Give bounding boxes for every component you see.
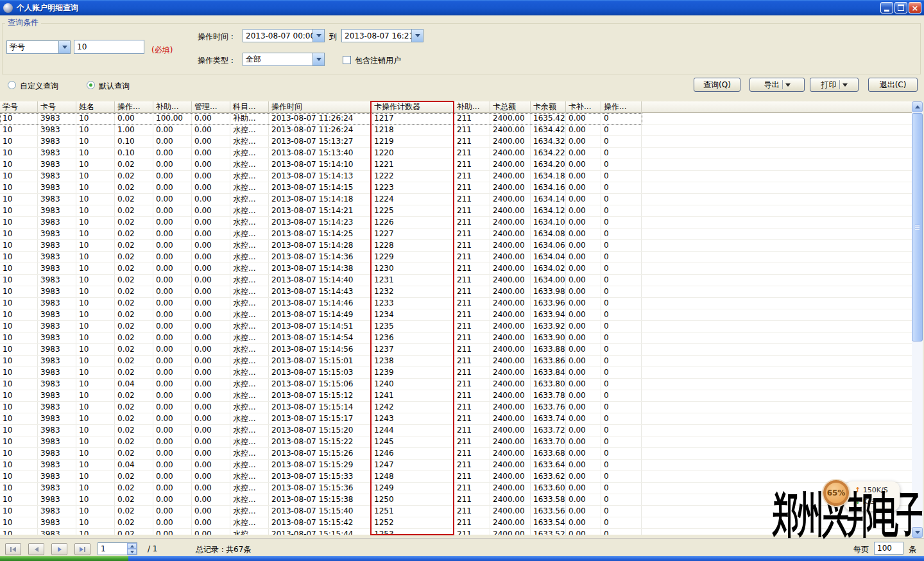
table-row[interactable]: 103983100.020.000.00水控...2013-08-07 15:1…: [0, 194, 912, 205]
table-row[interactable]: 103983100.020.000.00水控...2013-08-07 15:1…: [0, 298, 912, 309]
table-row[interactable]: 103983100.020.000.00水控...2013-08-07 15:1…: [0, 436, 912, 448]
first-page-button[interactable]: [5, 543, 21, 555]
column-header[interactable]: 管理...: [192, 101, 230, 113]
spin-down-button[interactable]: [127, 549, 137, 555]
scroll-up-button[interactable]: [912, 101, 923, 112]
table-row[interactable]: 103983100.020.000.00水控...2013-08-07 15:1…: [0, 321, 912, 332]
vertical-scrollbar[interactable]: [912, 101, 923, 538]
table-cell: 0.00: [566, 344, 601, 355]
table-row[interactable]: 103983100.020.000.00水控...2013-08-07 15:1…: [0, 309, 912, 321]
custom-query-label: 自定义查询: [20, 81, 58, 92]
chevron-down-icon[interactable]: [411, 30, 423, 42]
default-query-radio[interactable]: [87, 81, 95, 89]
table-cell: 0: [601, 425, 642, 436]
table-row[interactable]: 103983100.020.000.00水控...2013-08-07 15:1…: [0, 413, 912, 425]
query-value-input[interactable]: 10: [74, 40, 144, 54]
restore-button[interactable]: [894, 2, 907, 13]
table-cell: 0.10: [115, 136, 153, 147]
custom-query-radio[interactable]: [8, 81, 16, 89]
table-row[interactable]: 103983100.020.000.00水控...2013-08-07 15:1…: [0, 182, 912, 194]
type-select[interactable]: 全部: [243, 53, 325, 66]
column-header[interactable]: 补助...: [454, 101, 490, 113]
table-cell: 水控...: [230, 344, 269, 355]
time-from-select[interactable]: 2013-08-07 00:00: [243, 29, 325, 42]
table-row[interactable]: 103983100.020.000.00水控...2013-08-07 15:1…: [0, 390, 912, 402]
column-header[interactable]: 卡操作计数器: [372, 101, 454, 113]
column-header[interactable]: 操作...: [115, 101, 153, 113]
table-cell: 0.00: [192, 506, 230, 517]
table-row[interactable]: 103983100.020.000.00水控...2013-08-07 15:1…: [0, 263, 912, 275]
table-cell: 1231: [372, 275, 454, 286]
table-cell: 3983: [38, 298, 76, 309]
table-row[interactable]: 103983100.00100.000.00补助...2013-08-07 11…: [0, 113, 912, 125]
print-button[interactable]: 打印: [810, 78, 859, 92]
spin-up-button[interactable]: [127, 543, 137, 549]
prev-page-button[interactable]: [28, 543, 44, 555]
query-field-select[interactable]: 学号: [6, 40, 71, 54]
column-header[interactable]: 科目...: [230, 101, 269, 113]
table-cell: 0.00: [153, 448, 192, 459]
exit-button[interactable]: 退出(C): [868, 78, 918, 92]
table-cell: 0: [601, 402, 642, 413]
table-row[interactable]: 103983100.020.000.00水控...2013-08-07 15:1…: [0, 275, 912, 286]
chevron-down-icon[interactable]: [312, 30, 324, 42]
table-row[interactable]: 103983100.100.000.00水控...2013-08-07 15:1…: [0, 136, 912, 148]
table-row[interactable]: 103983100.020.000.00水控...2013-08-07 15:1…: [0, 344, 912, 356]
table-row[interactable]: 103983100.020.000.00水控...2013-08-07 15:1…: [0, 252, 912, 263]
table-row[interactable]: 103983101.000.000.00水控...2013-08-07 11:2…: [0, 125, 912, 136]
table-row[interactable]: 103983100.020.000.00水控...2013-08-07 15:1…: [0, 367, 912, 379]
scrollbar-thumb[interactable]: [912, 113, 923, 341]
column-header[interactable]: 卡总额: [490, 101, 531, 113]
progress-badge[interactable]: 65%: [823, 480, 849, 506]
table-row[interactable]: 103983100.020.000.00水控...2013-08-07 15:1…: [0, 159, 912, 171]
chevron-down-icon[interactable]: [785, 83, 791, 87]
column-header[interactable]: 卡余额: [531, 101, 566, 113]
chevron-down-icon[interactable]: [843, 83, 848, 87]
table-row[interactable]: 103983100.020.000.00水控...2013-08-07 15:1…: [0, 171, 912, 182]
close-button[interactable]: ×: [909, 2, 921, 13]
chevron-down-icon[interactable]: [312, 53, 324, 65]
table-cell: 0.00: [153, 402, 192, 413]
table-cell: 2400.00: [490, 506, 531, 517]
time-to-select[interactable]: 2013-08-07 16:21: [341, 29, 424, 42]
column-header[interactable]: 学号: [0, 101, 38, 113]
last-page-button[interactable]: [74, 543, 90, 555]
table-row[interactable]: 103983100.020.000.00水控...2013-08-07 15:1…: [0, 205, 912, 217]
table-row[interactable]: 103983100.020.000.00水控...2013-08-07 15:1…: [0, 240, 912, 252]
column-header[interactable]: 操作时间: [269, 101, 372, 113]
table-cell: 10: [0, 356, 38, 367]
table-row[interactable]: 103983100.020.000.00水控...2013-08-07 15:1…: [0, 356, 912, 367]
table-row[interactable]: 103983100.020.000.00水控...2013-08-07 15:1…: [0, 217, 912, 229]
per-page-input[interactable]: 100: [874, 542, 903, 555]
export-button[interactable]: 导出: [749, 78, 805, 92]
table-row[interactable]: 103983100.020.000.00水控...2013-08-07 15:1…: [0, 402, 912, 413]
column-header[interactable]: 补助...: [153, 101, 192, 113]
column-header[interactable]: 姓名: [76, 101, 115, 113]
column-header[interactable]: 卡补...: [566, 101, 601, 113]
table-row[interactable]: 103983100.100.000.00水控...2013-08-07 15:1…: [0, 148, 912, 159]
table-cell: 0.00: [566, 390, 601, 401]
table-row[interactable]: 103983100.020.000.00水控...2013-08-07 15:1…: [0, 425, 912, 436]
query-button[interactable]: 查询(Q): [694, 78, 740, 92]
table-row[interactable]: 103983100.040.000.00水控...2013-08-07 15:1…: [0, 379, 912, 390]
column-header[interactable]: 卡号: [38, 101, 76, 113]
include-cancelled-checkbox[interactable]: [343, 56, 351, 64]
table-cell: 211: [454, 436, 490, 447]
table-row[interactable]: 103983100.020.000.00水控...2013-08-07 15:1…: [0, 448, 912, 460]
table-row[interactable]: 103983100.020.000.00水控...2013-08-07 15:1…: [0, 471, 912, 483]
table-cell: 10: [0, 367, 38, 378]
column-header[interactable]: 操作...: [601, 101, 642, 113]
table-cell: 1633.90: [531, 332, 566, 343]
next-page-button[interactable]: [51, 543, 67, 555]
chevron-down-icon[interactable]: [58, 41, 70, 53]
table-cell: 1633.62: [531, 471, 566, 482]
table-cell: 水控...: [230, 390, 269, 401]
table-row[interactable]: 103983100.020.000.00水控...2013-08-07 15:1…: [0, 332, 912, 344]
table-cell: 10: [76, 205, 115, 216]
table-row[interactable]: 103983100.020.000.00水控...2013-08-07 15:1…: [0, 229, 912, 240]
table-row[interactable]: 103983100.040.000.00水控...2013-08-07 15:1…: [0, 460, 912, 471]
table-cell: 2013-08-07 15:14:21: [269, 205, 372, 216]
table-row[interactable]: 103983100.020.000.00水控...2013-08-07 15:1…: [0, 286, 912, 298]
minimize-button[interactable]: [880, 2, 893, 13]
page-number-input[interactable]: 1: [98, 542, 137, 555]
